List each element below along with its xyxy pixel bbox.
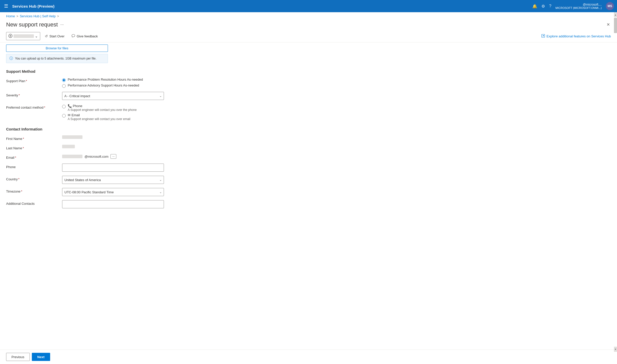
- first-name-row: First Name*: [6, 135, 611, 141]
- last-name-row: Last Name*: [6, 145, 611, 150]
- phone-input[interactable]: [62, 164, 164, 172]
- contact-email-label: ✉ Email: [68, 113, 130, 117]
- contact-phone-option[interactable]: 📞 Phone A Support engineer will contact …: [62, 104, 164, 112]
- give-feedback-label: Give feedback: [77, 34, 98, 38]
- breadcrumb-services-hub[interactable]: Services Hub | Self Help: [20, 14, 56, 18]
- last-name-control: [62, 145, 164, 149]
- plan-radio-1[interactable]: [62, 78, 66, 82]
- browse-files-button[interactable]: Browse for files: [6, 45, 108, 52]
- contact-phone-label: 📞 Phone: [68, 104, 137, 108]
- user-tenant: MICROSOFT (MICROSOFT.ONMI...): [555, 6, 602, 9]
- explore-link[interactable]: Explore additional features on Services …: [541, 34, 611, 38]
- info-icon: ⓘ: [9, 56, 13, 61]
- plan-label-2: Performance Advisory Support Hours As-ne…: [68, 83, 139, 87]
- contact-email-sub: A Support engineer will contact you over…: [68, 117, 130, 121]
- page-title-row: New support request ··· ✕: [0, 20, 617, 30]
- explore-icon: [541, 34, 545, 38]
- start-over-label: Start Over: [49, 34, 64, 38]
- contact-phone-radio[interactable]: [62, 105, 66, 108]
- severity-select[interactable]: A - Critical impact B - Moderate impact …: [62, 92, 164, 100]
- country-label: Country*: [6, 176, 62, 181]
- support-plan-row: Support Plan* Performance Problem Resolu…: [6, 78, 611, 88]
- toolbar: ⌄ ↺ Start Over Give feedback Explore add…: [0, 30, 617, 42]
- contact-method-options: 📞 Phone A Support engineer will contact …: [62, 104, 164, 121]
- contact-email-option[interactable]: ✉ Email A Support engineer will contact …: [62, 113, 164, 121]
- email-label: Email*: [6, 154, 62, 159]
- gear-icon[interactable]: ⚙: [541, 4, 545, 9]
- scroll-thumb[interactable]: [614, 18, 617, 33]
- contact-method-label: Preferred contact method*: [6, 104, 62, 109]
- support-plan-options: Performance Problem Resolution Hours As-…: [62, 78, 164, 88]
- phone-icon: 📞: [68, 104, 72, 108]
- severity-label: Severity*: [6, 92, 62, 97]
- email-more-button[interactable]: ···: [110, 154, 116, 159]
- breadcrumb-sep2: >: [57, 14, 59, 18]
- severity-row: Severity* A - Critical impact B - Modera…: [6, 92, 611, 100]
- country-select-wrapper: United States of America United Kingdom …: [62, 176, 164, 184]
- additional-contacts-label: Additional Contacts: [6, 200, 62, 206]
- phone-row: Phone: [6, 164, 611, 172]
- give-feedback-button[interactable]: Give feedback: [69, 32, 100, 40]
- phone-control: [62, 164, 164, 172]
- email-control: @microsoft.com ···: [62, 154, 164, 159]
- user-email: @microsoft....: [583, 3, 602, 6]
- email-domain: @microsoft.com: [85, 155, 108, 158]
- avatar-initials: MS: [608, 4, 612, 8]
- top-nav: ☰ Services Hub (Preview) 🔔 ⚙ ? @microsof…: [0, 0, 617, 12]
- user-info: @microsoft.... MICROSOFT (MICROSOFT.ONMI…: [555, 3, 602, 9]
- contact-phone-sub: A Support engineer will contact you over…: [68, 108, 137, 112]
- avatar[interactable]: MS: [606, 2, 614, 10]
- main-wrapper: Home > Services Hub | Self Help > New su…: [0, 12, 617, 364]
- previous-button[interactable]: Previous: [6, 353, 30, 361]
- content-area: Browse for files ⓘ You can upload up to …: [0, 42, 617, 350]
- first-name-blurred: [62, 135, 82, 139]
- attach-info: ⓘ You can upload up to 5 attachments. 1G…: [6, 54, 108, 63]
- plan-radio-2[interactable]: [62, 84, 66, 88]
- page-title-more[interactable]: ···: [60, 22, 64, 27]
- breadcrumb-home[interactable]: Home: [6, 14, 15, 18]
- contact-method-row: Preferred contact method* 📞 Phone A Supp…: [6, 104, 611, 121]
- first-name-label: First Name*: [6, 135, 62, 141]
- plan-option-1[interactable]: Performance Problem Resolution Hours As-…: [62, 78, 164, 82]
- severity-select-wrapper: A - Critical impact B - Moderate impact …: [62, 92, 164, 100]
- country-row: Country* United States of America United…: [6, 176, 611, 184]
- footer: Previous Next: [0, 350, 617, 364]
- help-icon[interactable]: ?: [549, 4, 551, 8]
- last-name-label: Last Name*: [6, 145, 62, 150]
- timezone-select[interactable]: UTC-08:00 Pacific Standard Time UTC-05:0…: [62, 188, 164, 196]
- scroll-down-button[interactable]: ▼: [614, 347, 617, 352]
- timezone-label: Timezone*: [6, 188, 62, 193]
- next-button[interactable]: Next: [32, 353, 50, 361]
- plan-option-2[interactable]: Performance Advisory Support Hours As-ne…: [62, 83, 164, 88]
- scroll-up-button[interactable]: ▲: [614, 12, 617, 17]
- breadcrumb: Home > Services Hub | Self Help >: [0, 12, 617, 20]
- support-plan-label: Support Plan*: [6, 78, 62, 83]
- timezone-control: UTC-08:00 Pacific Standard Time UTC-05:0…: [62, 188, 164, 196]
- hamburger-icon[interactable]: ☰: [3, 2, 9, 10]
- contact-email-radio[interactable]: [62, 114, 66, 118]
- last-name-blurred: [62, 145, 75, 148]
- bell-icon[interactable]: 🔔: [532, 4, 537, 9]
- dropdown-chevron-icon: ⌄: [35, 34, 38, 38]
- timezone-row: Timezone* UTC-08:00 Pacific Standard Tim…: [6, 188, 611, 196]
- country-select[interactable]: United States of America United Kingdom …: [62, 176, 164, 184]
- context-dropdown[interactable]: ⌄: [6, 32, 40, 40]
- email-row: Email* @microsoft.com ···: [6, 154, 611, 159]
- email-blurred: [62, 155, 82, 158]
- refresh-icon: ↺: [45, 34, 48, 38]
- page-title: New support request: [6, 21, 58, 28]
- close-button[interactable]: ✕: [606, 21, 611, 28]
- plan-label-1: Performance Problem Resolution Hours As-…: [68, 78, 143, 81]
- timezone-select-wrapper: UTC-08:00 Pacific Standard Time UTC-05:0…: [62, 188, 164, 196]
- email-icon: ✉: [68, 113, 71, 117]
- dropdown-text: [13, 34, 34, 38]
- feedback-icon: [72, 34, 75, 38]
- phone-label: Phone: [6, 164, 62, 169]
- app-title: Services Hub (Preview): [12, 4, 529, 8]
- first-name-control: [62, 135, 164, 140]
- breadcrumb-sep1: >: [17, 14, 18, 18]
- nav-icons: 🔔 ⚙ ? @microsoft.... MICROSOFT (MICROSOF…: [532, 2, 614, 10]
- start-over-button[interactable]: ↺ Start Over: [42, 32, 67, 40]
- additional-contacts-input[interactable]: [62, 200, 164, 208]
- severity-control: A - Critical impact B - Moderate impact …: [62, 92, 164, 100]
